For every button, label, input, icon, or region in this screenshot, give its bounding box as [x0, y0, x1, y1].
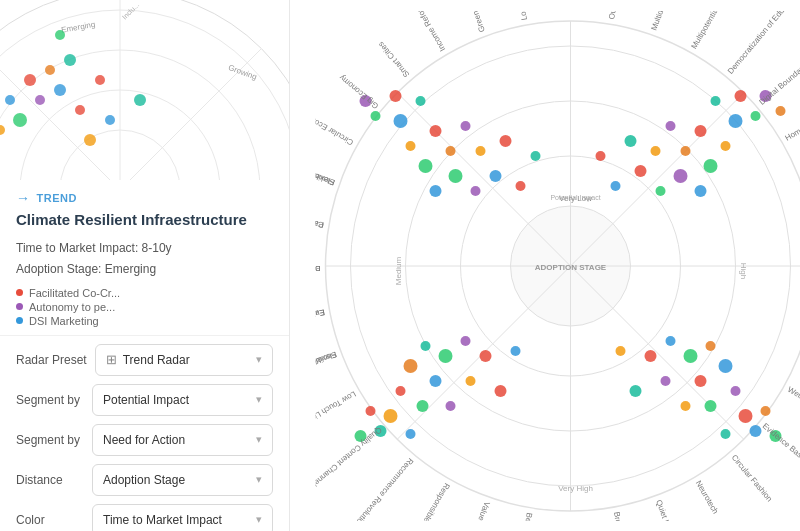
- distance-select[interactable]: Adoption Stage ▾: [92, 464, 273, 496]
- svg-point-83: [661, 376, 671, 386]
- svg-point-3: [0, 10, 289, 180]
- svg-point-23: [134, 94, 146, 106]
- svg-point-13: [13, 113, 27, 127]
- distance-label: Distance: [16, 473, 84, 487]
- color-select[interactable]: Time to Market Impact ▾: [92, 504, 273, 531]
- svg-point-101: [495, 385, 507, 397]
- svg-point-105: [446, 401, 456, 411]
- svg-point-17: [24, 74, 36, 86]
- svg-text:Home Equity: Home Equity: [784, 112, 800, 143]
- svg-point-82: [684, 349, 698, 363]
- svg-text:Circular Fashion: Circular Fashion: [730, 453, 774, 503]
- svg-point-107: [396, 386, 406, 396]
- svg-point-49: [695, 185, 707, 197]
- color-row: Color Time to Market Impact ▾: [16, 504, 273, 531]
- segment-by-1-value: Potential Impact: [103, 393, 189, 407]
- svg-point-68: [430, 185, 442, 197]
- svg-point-89: [705, 400, 717, 412]
- svg-point-104: [404, 359, 418, 373]
- svg-text:Smart Cities: Smart Cities: [376, 39, 411, 78]
- svg-text:Blue Finance: Blue Finance: [316, 264, 321, 273]
- svg-point-106: [417, 400, 429, 412]
- svg-point-98: [461, 336, 471, 346]
- radar-preset-chevron-icon: ▾: [256, 353, 262, 366]
- svg-point-48: [596, 151, 606, 161]
- svg-text:Very High: Very High: [558, 484, 593, 493]
- svg-point-77: [371, 111, 381, 121]
- svg-text:Quality Content Channels: Quality Content Channels: [316, 425, 384, 490]
- svg-line-7: [0, 49, 261, 180]
- controls: Radar Preset ⊞ Trend Radar ▾ Segment by …: [0, 336, 289, 531]
- svg-text:Multidimensional Me: Multidimensional Me: [649, 11, 683, 32]
- svg-point-93: [750, 425, 762, 437]
- svg-text:Medium: Medium: [394, 256, 403, 285]
- svg-point-100: [466, 376, 476, 386]
- svg-point-66: [500, 135, 512, 147]
- segment-by-1-chevron-icon: ▾: [256, 393, 262, 406]
- tag-dot: [16, 317, 23, 324]
- svg-point-71: [461, 121, 471, 131]
- svg-point-84: [630, 385, 642, 397]
- svg-point-76: [390, 90, 402, 102]
- segment-by-1-label: Segment by: [16, 393, 84, 407]
- adoption-stage-value: Adoption Stage: Emerging: [16, 259, 273, 281]
- svg-point-55: [729, 114, 743, 128]
- svg-text:Green Skills Gap: Green Skills Gap: [458, 11, 487, 33]
- svg-line-6: [0, 49, 261, 180]
- distance-value: Adoption Stage: [103, 473, 185, 487]
- svg-point-99: [439, 349, 453, 363]
- trend-meta: Time to Market Impact: 8-10y Adoption St…: [16, 238, 273, 281]
- segment-by-1-select[interactable]: Potential Impact ▾: [92, 384, 273, 416]
- svg-point-14: [0, 125, 5, 135]
- radar-chart-svg: Very Low Potential Impact Medium High Ve…: [316, 11, 801, 521]
- svg-text:Stakeholder Coming of Age: Stakeholder Coming of Age: [316, 145, 337, 187]
- svg-point-2: [0, 50, 260, 180]
- svg-point-43: [635, 165, 647, 177]
- svg-point-42: [611, 181, 621, 191]
- segment-by-2-select[interactable]: Need for Action ▾: [92, 424, 273, 456]
- svg-point-57: [735, 90, 747, 102]
- tag-label: Autonomy to pe...: [29, 301, 115, 313]
- svg-text:Recommerce Revolution: Recommerce Revolution: [352, 456, 415, 521]
- svg-point-97: [480, 350, 492, 362]
- svg-text:Broadcast Self: Broadcast Self: [612, 510, 630, 520]
- svg-point-52: [666, 121, 676, 131]
- svg-point-67: [531, 151, 541, 161]
- radar-preset-icon: ⊞: [106, 352, 117, 367]
- svg-point-80: [645, 350, 657, 362]
- radar-preset-select[interactable]: ⊞ Trend Radar ▾: [95, 344, 273, 376]
- tag-label: Facilitated Co-Cr...: [29, 287, 120, 299]
- svg-point-45: [674, 169, 688, 183]
- svg-point-18: [5, 95, 15, 105]
- svg-text:Localized Production: Localized Production: [507, 11, 529, 21]
- svg-point-53: [695, 125, 707, 137]
- svg-text:Neurotech: Neurotech: [694, 479, 720, 515]
- color-label: Color: [16, 513, 84, 527]
- trend-info: → TREND Climate Resilient Infraestructur…: [0, 180, 289, 336]
- svg-point-51: [704, 159, 718, 173]
- tag-item: Facilitated Co-Cr...: [16, 287, 273, 299]
- svg-point-109: [406, 429, 416, 439]
- time-to-market: Time to Market Impact: 8-10y: [16, 238, 273, 260]
- svg-point-61: [516, 181, 526, 191]
- radar-preview: Emerging Growing: [0, 0, 289, 180]
- svg-text:High: High: [739, 262, 748, 278]
- segment-by-2-value: Need for Action: [103, 433, 185, 447]
- svg-text:Quiet Luxury: Quiet Luxury: [654, 498, 678, 520]
- svg-text:Gig Economy: Gig Economy: [338, 72, 381, 110]
- svg-text:Evidence Based Living: Evidence Based Living: [761, 421, 800, 480]
- segment-by-1-row: Segment by Potential Impact ▾: [16, 384, 273, 416]
- svg-text:Outward Care Farming: Outward Care Farming: [607, 11, 630, 20]
- svg-point-103: [430, 375, 442, 387]
- radar-preset-value: Trend Radar: [123, 353, 190, 367]
- svg-point-72: [430, 125, 442, 137]
- svg-point-79: [616, 346, 626, 356]
- svg-point-12: [35, 95, 45, 105]
- svg-point-56: [711, 96, 721, 106]
- svg-point-81: [666, 336, 676, 346]
- svg-point-88: [681, 401, 691, 411]
- svg-point-21: [84, 134, 96, 146]
- tag-item: DSI Marketing: [16, 315, 273, 327]
- color-chevron-icon: ▾: [256, 513, 262, 526]
- svg-point-54: [721, 141, 731, 151]
